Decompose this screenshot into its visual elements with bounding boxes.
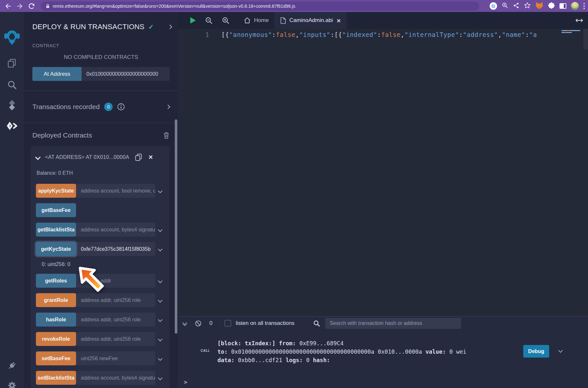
expand-chevron-icon[interactable] <box>155 299 165 302</box>
expand-chevron-icon[interactable] <box>155 189 165 193</box>
function-row: getBaseFee <box>36 203 165 217</box>
expand-chevron-icon[interactable] <box>155 248 165 251</box>
function-button-hasRole[interactable]: hasRole <box>36 313 76 327</box>
expand-horizontal-icon[interactable] <box>575 18 583 23</box>
at-address-input[interactable]: 0x01000000000000000000000 <box>82 67 170 81</box>
transaction-log-entry[interactable]: CALL [block: txIndex:] from: 0xE99...689… <box>178 339 588 364</box>
side-panel-icon[interactable] <box>560 3 566 9</box>
home-icon <box>244 17 251 24</box>
panel-scrollbar[interactable] <box>175 119 177 334</box>
info-icon[interactable] <box>117 103 125 111</box>
function-row: grantRoleaddress addr, uint256 role <box>36 293 165 307</box>
terminal-prompt[interactable]: > <box>184 379 588 385</box>
close-contract-icon[interactable]: × <box>149 154 153 161</box>
contract-balance: Balance: 0 ETH <box>37 170 165 177</box>
function-args-input[interactable]: address addr, uint256 role <box>74 293 155 307</box>
function-args-input[interactable]: address account, bytes4 signatu <box>74 223 155 237</box>
terminal-search-input[interactable] <box>325 318 461 329</box>
function-button-getRoles[interactable]: getRoles <box>36 274 76 288</box>
trash-icon[interactable] <box>163 132 170 139</box>
forward-button[interactable] <box>16 2 24 10</box>
expand-chevron-icon[interactable] <box>155 318 165 321</box>
function-button-getBaseFee[interactable]: getBaseFee <box>36 203 76 217</box>
transactions-count-badge: 0 <box>104 103 113 111</box>
transactions-expand-chevron-icon[interactable] <box>166 105 170 109</box>
extensions-puzzle-icon[interactable] <box>548 2 555 10</box>
panel-title: DEPLOY & RUN TRANSACTIONS <box>32 23 144 31</box>
function-args-input[interactable]: address account, bool remove, u <box>74 184 155 198</box>
search-icon[interactable] <box>7 80 17 91</box>
function-row: getRolesaddress addr <box>36 274 165 288</box>
file-explorer-icon[interactable] <box>7 59 17 70</box>
function-button-setBlacklistSta[interactable]: setBlacklistSta <box>36 371 76 385</box>
remix-logo[interactable] <box>4 29 20 48</box>
function-row: hasRoleaddress addr, uint256 role <box>36 313 165 327</box>
function-button-revokeRole[interactable]: revokeRole <box>36 332 76 346</box>
transactions-recorded-label: Transactions recorded <box>32 103 100 111</box>
function-args-input[interactable]: address account, bytes4 signatu <box>74 371 155 385</box>
expand-chevron-icon[interactable] <box>155 279 165 283</box>
function-button-grantRole[interactable]: grantRole <box>36 293 76 307</box>
expand-chevron-icon[interactable] <box>155 338 165 341</box>
plugin-manager-icon[interactable] <box>7 361 17 372</box>
url-text: remix.ethereum.org/#lang=en&optimize=fal… <box>53 4 295 9</box>
function-args-input[interactable]: address addr, uint256 role <box>74 313 155 327</box>
close-tab-icon[interactable]: × <box>337 17 341 24</box>
function-args-input[interactable]: address addr, uint256 role <box>74 332 155 346</box>
run-script-play-icon[interactable] <box>190 17 196 24</box>
back-button[interactable] <box>4 2 12 10</box>
at-address-button[interactable]: At Address <box>32 67 82 81</box>
solidity-compiler-icon[interactable] <box>7 100 17 112</box>
function-args-input[interactable]: 0xfe77dce375c3814f15f8035b <box>74 242 155 256</box>
code-editor[interactable]: 1 [{"anonymous":false,"inputs":[{"indexe… <box>178 29 588 316</box>
zoom-in-icon[interactable] <box>222 17 229 24</box>
deploy-run-panel: DEPLOY & RUN TRANSACTIONS ✓ CONTRACT NO … <box>24 12 178 388</box>
reload-button[interactable] <box>27 2 36 10</box>
function-button-applyKycState[interactable]: applyKycState <box>36 184 76 198</box>
editor-tabbar: Home CaminoAdmin.abi × <box>178 12 588 29</box>
terminal-output: CALL [block: txIndex:] from: 0xE99...689… <box>178 330 588 388</box>
contract-collapse-chevron-icon[interactable] <box>35 155 41 160</box>
debug-button[interactable]: Debug <box>523 345 549 358</box>
editor-minimap[interactable] <box>561 30 580 34</box>
function-args-input[interactable]: uint256 newFee <box>74 351 155 365</box>
browser-actions: G <box>485 2 585 10</box>
function-button-setBaseFee[interactable]: setBaseFee <box>36 351 76 365</box>
pending-tx-count: 0 <box>209 320 212 327</box>
function-button-getBlacklistSta[interactable]: getBlacklistSta <box>36 223 76 237</box>
function-output: 0: uint256: 0 <box>42 261 165 268</box>
tab-active-label: CaminoAdmin.abi <box>289 17 333 24</box>
settings-gear-icon[interactable] <box>7 381 17 388</box>
main-area: Home CaminoAdmin.abi × 1 [{"anonymous":f… <box>178 12 588 388</box>
address-bar[interactable]: remix.ethereum.org/#lang=en&optimize=fal… <box>41 2 479 11</box>
deploy-run-icon[interactable] <box>6 121 17 132</box>
google-icon[interactable]: G <box>490 2 497 10</box>
bookmark-star-icon[interactable] <box>524 2 531 10</box>
expand-chevron-icon[interactable] <box>155 357 165 360</box>
no-compiled-contracts-text: NO COMPILED CONTRACTS <box>32 54 170 61</box>
metamask-icon[interactable] <box>535 2 543 10</box>
terminal-toolbar: 0 listen on all transactions <box>178 316 588 330</box>
listen-checkbox[interactable] <box>225 320 231 327</box>
function-row: applyKycStateaddress account, bool remov… <box>36 184 165 198</box>
share-icon[interactable] <box>513 2 519 10</box>
function-row: revokeRoleaddress addr, uint256 role <box>36 332 165 346</box>
zoom-out-icon[interactable] <box>205 17 213 24</box>
contract-section-label: CONTRACT <box>32 43 170 48</box>
zoom-page-icon[interactable] <box>502 2 508 10</box>
clear-console-icon[interactable] <box>195 320 202 327</box>
copy-address-icon[interactable] <box>135 153 142 161</box>
function-args-input[interactable]: address addr <box>74 274 155 288</box>
call-type-label: CALL <box>201 349 210 352</box>
function-button-getKycState[interactable]: getKycState <box>36 242 76 256</box>
profile-avatar[interactable] <box>571 2 579 10</box>
editor-scrollbar[interactable] <box>583 29 588 50</box>
tab-home[interactable]: Home <box>238 12 274 29</box>
expand-chevron-icon[interactable] <box>155 228 165 231</box>
terminal-search-icon <box>313 320 320 327</box>
browser-menu-icon[interactable] <box>583 2 585 9</box>
tab-camino-admin-abi[interactable]: CaminoAdmin.abi × <box>274 12 346 29</box>
expand-chevron-icon[interactable] <box>155 376 165 380</box>
collapse-terminal-icon[interactable] <box>183 322 186 325</box>
collapse-panel-chevron-icon[interactable] <box>168 25 172 29</box>
